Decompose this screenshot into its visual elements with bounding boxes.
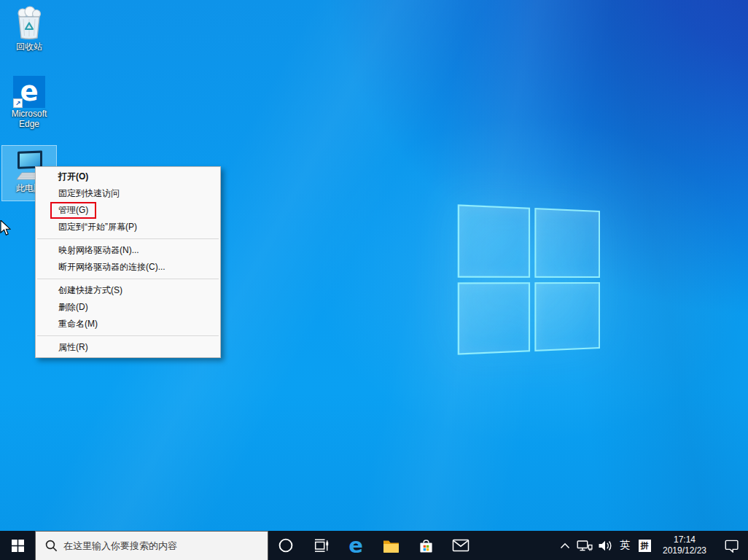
speaker-icon <box>598 540 613 552</box>
menu-separator <box>37 279 219 279</box>
search-icon <box>45 540 58 552</box>
context-menu: 打开(O)固定到快速访问管理(G)固定到“开始”屏幕(P)映射网络驱动器(N).… <box>35 166 221 358</box>
menu-separator <box>37 335 219 336</box>
windows-logo-pane <box>534 208 600 278</box>
context-menu-item[interactable]: 固定到快速访问 <box>36 185 220 202</box>
cortana-icon <box>278 537 294 553</box>
context-menu-item-label: 映射网络驱动器(N)... <box>58 245 139 255</box>
context-menu-item[interactable]: 固定到“开始”屏幕(P) <box>36 219 220 236</box>
cortana-button[interactable] <box>268 531 303 560</box>
system-tray: 英 拼 17:14 2019/12/23 <box>556 531 748 560</box>
context-menu-item-label: 创建快捷方式(S) <box>58 285 122 295</box>
context-menu-item-label: 断开网络驱动器的连接(C)... <box>58 262 165 272</box>
edge-icon: e <box>348 534 363 556</box>
file-explorer-icon <box>382 538 400 553</box>
context-menu-item[interactable]: 重命名(M) <box>36 316 220 332</box>
windows-logo-pane <box>534 282 600 352</box>
windows-start-icon <box>12 540 24 552</box>
context-menu-item-label-highlighted: 管理(G) <box>50 202 96 219</box>
context-menu-item[interactable]: 创建快捷方式(S) <box>36 282 220 299</box>
edge-taskbar-button[interactable]: e <box>338 531 373 560</box>
shortcut-arrow-icon: ↗ <box>13 98 23 108</box>
file-explorer-button[interactable] <box>373 531 408 560</box>
windows-logo <box>458 204 600 354</box>
action-center-button[interactable] <box>714 531 748 560</box>
taskbar: e <box>0 531 748 560</box>
store-icon <box>418 537 435 554</box>
ime-language-button[interactable]: 英 <box>615 531 634 560</box>
volume-tray-button[interactable] <box>595 531 615 560</box>
tray-time: 17:14 <box>655 534 714 545</box>
ime-mode-button[interactable]: 拼 <box>634 531 655 560</box>
recycle-bin-icon <box>1 6 57 41</box>
desktop-screen: 回收站 e ↗ Microsoft Edge <box>0 0 748 560</box>
search-input[interactable] <box>36 532 268 560</box>
context-menu-item[interactable]: 删除(D) <box>36 299 220 316</box>
context-menu-item[interactable]: 映射网络驱动器(N)... <box>36 242 220 259</box>
recycle-bin-label: 回收站 <box>1 42 57 52</box>
context-menu-item-label: 固定到快速访问 <box>58 188 120 198</box>
start-button[interactable] <box>0 531 35 560</box>
taskbar-search[interactable] <box>35 531 268 560</box>
mail-button[interactable] <box>443 531 478 560</box>
context-menu-item-label: 固定到“开始”屏幕(P) <box>58 222 137 232</box>
ime-language-label: 英 <box>620 539 630 552</box>
context-menu-item[interactable]: 断开网络驱动器的连接(C)... <box>36 259 220 276</box>
context-menu-item[interactable]: 属性(R) <box>36 339 220 356</box>
chevron-up-icon <box>560 542 570 549</box>
mail-icon <box>452 539 470 552</box>
tray-date: 2019/12/23 <box>655 545 714 556</box>
desktop-icon-recycle-bin[interactable]: 回收站 <box>1 3 57 52</box>
context-menu-item-label: 打开(O) <box>58 171 88 182</box>
network-icon <box>577 540 593 552</box>
windows-logo-pane <box>458 282 530 355</box>
edge-letter: e <box>20 77 38 106</box>
edge-tile-icon: e ↗ <box>13 76 45 108</box>
context-menu-item-label: 属性(R) <box>58 342 88 352</box>
tray-chevron-button[interactable] <box>556 531 574 560</box>
ime-mode-icon: 拼 <box>639 540 651 552</box>
network-tray-button[interactable] <box>574 531 595 560</box>
mouse-cursor <box>0 220 11 236</box>
task-view-icon <box>313 538 329 553</box>
context-menu-item-label: 重命名(M) <box>58 319 98 329</box>
menu-separator <box>37 238 219 239</box>
windows-logo-pane <box>458 204 530 277</box>
task-view-button[interactable] <box>303 531 338 560</box>
notification-icon <box>724 539 739 553</box>
edge-label: Microsoft Edge <box>1 109 57 129</box>
context-menu-item-label: 删除(D) <box>58 302 88 312</box>
store-button[interactable] <box>408 531 443 560</box>
clock-button[interactable]: 17:14 2019/12/23 <box>655 531 714 560</box>
context-menu-item[interactable]: 管理(G) <box>36 202 220 219</box>
context-menu-item[interactable]: 打开(O) <box>36 168 220 185</box>
desktop-icon-microsoft-edge[interactable]: e ↗ Microsoft Edge <box>1 73 57 129</box>
